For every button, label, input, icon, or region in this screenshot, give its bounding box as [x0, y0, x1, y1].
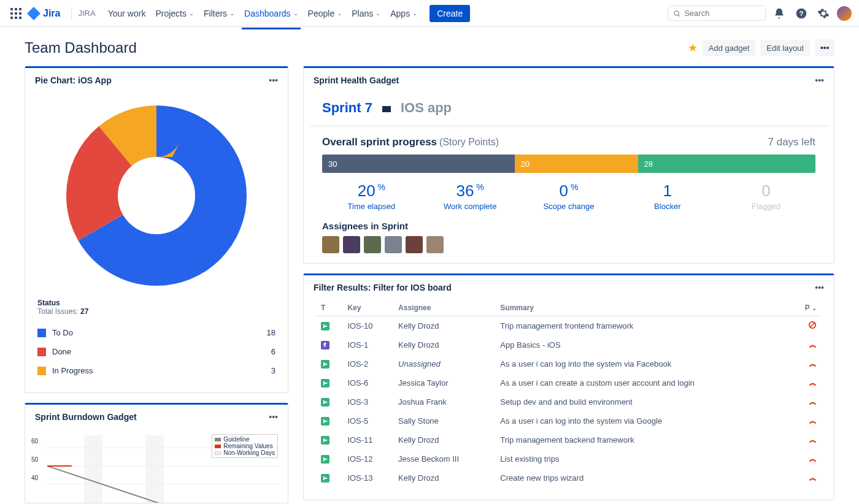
help-icon[interactable]: ? — [793, 5, 810, 22]
issue-priority: ︽ — [790, 335, 822, 354]
sprint-stat[interactable]: 0 Flagged — [717, 181, 815, 211]
issue-assignee: Kelly Drozd — [393, 430, 495, 449]
assignee-avatar[interactable] — [364, 236, 381, 253]
table-row[interactable]: IOS-11 Kelly Drozd Trip management backe… — [316, 430, 822, 449]
assignee-avatar[interactable] — [406, 236, 423, 253]
add-gadget-button[interactable]: Add gadget — [703, 40, 756, 56]
gadget-more-icon[interactable]: ••• — [815, 75, 824, 85]
pie-chart-gadget: Pie Chart: iOS App ••• Status T — [25, 66, 288, 393]
nav-item-apps[interactable]: Apps ⌄ — [385, 5, 422, 22]
jira-logo[interactable]: Jira — [27, 7, 60, 20]
gadget-more-icon[interactable]: ••• — [815, 283, 824, 292]
col-type[interactable]: T — [316, 300, 342, 316]
issue-key[interactable]: IOS-3 — [342, 392, 393, 411]
svg-text:?: ? — [799, 9, 803, 17]
nav-item-label: People — [308, 9, 335, 18]
legend-row[interactable]: In Progress 3 — [37, 361, 275, 380]
nav-left: Jira JIRA Your workProjects ⌄Filters ⌄Da… — [7, 5, 470, 22]
assignee-avatar[interactable] — [426, 236, 444, 253]
assignee-avatar[interactable] — [385, 236, 402, 253]
issue-priority: ︽ — [790, 354, 822, 373]
legend-row[interactable]: To Do 18 — [37, 323, 275, 342]
sprint-stat[interactable]: 36 % Work complete — [421, 181, 520, 211]
gadget-more-icon[interactable]: ••• — [269, 412, 278, 422]
chevron-down-icon: ⌄ — [293, 10, 298, 17]
nav-item-people[interactable]: People ⌄ — [303, 5, 347, 22]
issue-key[interactable]: IOS-11 — [342, 430, 393, 449]
gadget-title: Pie Chart: iOS App — [35, 75, 112, 85]
issue-key[interactable]: IOS-6 — [342, 373, 393, 392]
star-icon[interactable]: ★ — [688, 41, 698, 55]
app-switcher-icon[interactable] — [7, 5, 25, 22]
issue-key[interactable]: IOS-1 — [342, 335, 393, 354]
svg-rect-17 — [145, 435, 164, 503]
assignee-avatar[interactable] — [343, 236, 360, 253]
burndown-chart: Guideline Remaining Values Non-Working D… — [25, 429, 288, 503]
total-issues-count: 27 — [80, 307, 88, 316]
table-row[interactable]: IOS-13 Kelly Drozd Create new trips wiza… — [316, 468, 822, 487]
search-box[interactable] — [668, 6, 766, 21]
gadget-more-icon[interactable]: ••• — [269, 75, 278, 85]
priority-highest-icon: ︽ — [809, 416, 817, 425]
chevron-down-icon: ⌄ — [412, 10, 417, 17]
issue-assignee: Kelly Drozd — [393, 316, 495, 336]
sprint-stat[interactable]: 0 % Scope change — [520, 181, 618, 211]
col-key[interactable]: Key — [342, 300, 393, 316]
edit-layout-button[interactable]: Edit layout — [760, 40, 810, 56]
search-input[interactable] — [684, 9, 760, 18]
sprint-stat[interactable]: 20 % Time elapsed — [322, 181, 421, 211]
col-priority[interactable]: P ⌄ — [790, 300, 822, 316]
issue-assignee: Kelly Drozd — [393, 468, 495, 487]
create-button[interactable]: Create — [430, 5, 470, 22]
settings-icon[interactable] — [815, 5, 832, 22]
issue-type-icon — [321, 360, 329, 368]
nav-item-dashboards[interactable]: Dashboards ⌄ — [239, 5, 303, 22]
priority-highest-icon: ︽ — [809, 359, 817, 368]
legend-swatch — [37, 348, 46, 356]
svg-line-10 — [678, 15, 680, 17]
assignee-avatar[interactable] — [322, 236, 339, 253]
issue-assignee: Sally Stone — [393, 411, 495, 430]
issue-key[interactable]: IOS-10 — [342, 316, 393, 336]
issue-key[interactable]: IOS-5 — [342, 411, 393, 430]
legend-row[interactable]: Done 6 — [37, 342, 275, 361]
sprint-app-name: IOS app — [401, 100, 452, 116]
issue-type-icon — [321, 417, 329, 426]
legend-remaining: Remaining Values — [223, 443, 272, 449]
table-row[interactable]: IOS-1 Kelly Drozd App Basics - iOS ︽ — [316, 335, 822, 354]
progress-bar: 302028 — [322, 155, 815, 173]
issue-key[interactable]: IOS-12 — [342, 449, 393, 468]
issue-priority: ︽ — [790, 468, 822, 487]
issue-priority: ︽ — [790, 373, 822, 392]
sprint-stat[interactable]: 1 Blocker — [618, 181, 717, 211]
sprint-name[interactable]: Sprint 7 — [322, 100, 372, 116]
user-avatar[interactable] — [837, 6, 852, 21]
nav-item-filters[interactable]: Filters ⌄ — [199, 5, 239, 22]
nav-item-plans[interactable]: Plans ⌄ — [347, 5, 385, 22]
page-more-button[interactable]: ••• — [815, 39, 834, 56]
filter-table: T Key Assignee Summary P ⌄ IOS-10 Kelly … — [316, 300, 822, 487]
table-row[interactable]: IOS-2 Unassigned As a user i can log int… — [316, 354, 822, 373]
legend-guideline: Guideline — [223, 436, 249, 443]
col-summary[interactable]: Summary — [495, 300, 790, 316]
nav-item-your-work[interactable]: Your work — [103, 5, 151, 22]
col-assignee[interactable]: Assignee — [393, 300, 495, 316]
table-row[interactable]: IOS-5 Sally Stone As a user i can log in… — [316, 411, 822, 430]
search-icon — [673, 9, 680, 18]
issue-key[interactable]: IOS-2 — [342, 354, 393, 373]
issue-type-icon — [321, 455, 329, 464]
issue-summary: App Basics - iOS — [495, 335, 790, 354]
table-row[interactable]: IOS-12 Jesse Beckom III List existing tr… — [316, 449, 822, 468]
gadget-title: Filter Results: Filter for IOS board — [314, 283, 452, 292]
stat-value: 1 — [618, 181, 717, 200]
table-row[interactable]: IOS-3 Joshua Frank Setup dev and and bui… — [316, 392, 822, 411]
table-row[interactable]: IOS-10 Kelly Drozd Trip management front… — [316, 316, 822, 336]
nav-item-projects[interactable]: Projects ⌄ — [150, 5, 199, 22]
issue-key[interactable]: IOS-13 — [342, 468, 393, 487]
sprint-health-gadget: Sprint Health Gadget ••• Sprint 7 IOS ap… — [303, 66, 834, 264]
table-row[interactable]: IOS-6 Jessica Taylor As a user i can cre… — [316, 373, 822, 392]
nav-item-label: Projects — [155, 9, 187, 18]
notifications-icon[interactable] — [771, 5, 788, 22]
issue-assignee: Unassigned — [393, 354, 495, 373]
filter-body: T Key Assignee Summary P ⌄ IOS-10 Kelly … — [304, 300, 834, 500]
